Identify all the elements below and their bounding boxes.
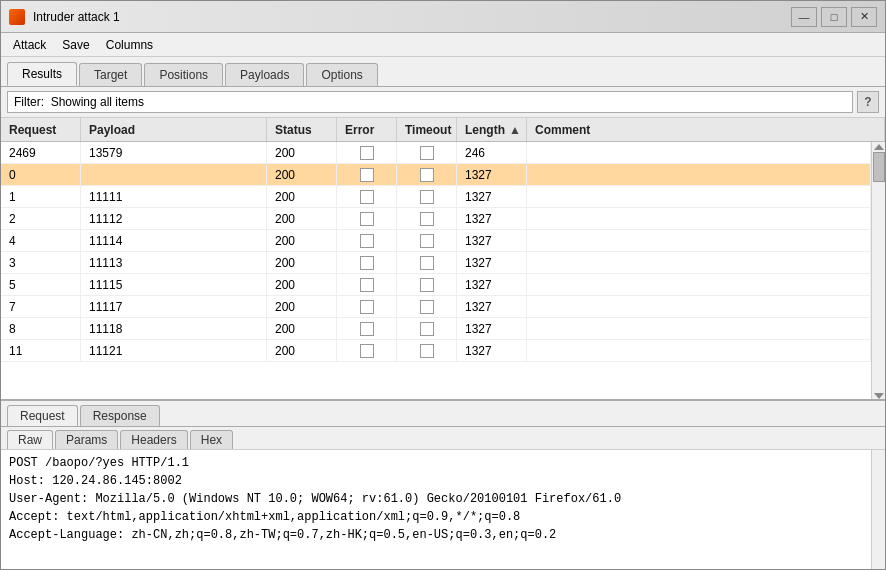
cell-request: 0 — [1, 164, 81, 185]
checkbox-timeout[interactable] — [420, 234, 434, 248]
cell-length: 1327 — [457, 208, 527, 229]
table-row[interactable]: 11 11121 200 1327 — [1, 340, 871, 362]
checkbox-timeout[interactable] — [420, 212, 434, 226]
tab-options[interactable]: Options — [306, 63, 377, 86]
table-row[interactable]: 1 11111 200 1327 — [1, 186, 871, 208]
sub-tab-headers[interactable]: Headers — [120, 430, 187, 449]
table-row[interactable]: 4 11114 200 1327 — [1, 230, 871, 252]
checkbox-error[interactable] — [360, 168, 374, 182]
cell-payload: 11117 — [81, 296, 267, 317]
bottom-scrollbar[interactable] — [871, 450, 885, 569]
checkbox-timeout[interactable] — [420, 168, 434, 182]
cell-timeout — [397, 318, 457, 339]
cell-comment — [527, 340, 871, 361]
checkbox-timeout[interactable] — [420, 146, 434, 160]
tab-results[interactable]: Results — [7, 62, 77, 86]
cell-status: 200 — [267, 208, 337, 229]
checkbox-timeout[interactable] — [420, 278, 434, 292]
cell-timeout — [397, 142, 457, 163]
cell-error — [337, 208, 397, 229]
cell-comment — [527, 142, 871, 163]
scrollbar-track[interactable] — [871, 142, 885, 399]
table-row[interactable]: 3 11113 200 1327 — [1, 252, 871, 274]
cell-request: 2 — [1, 208, 81, 229]
checkbox-error[interactable] — [360, 190, 374, 204]
cell-status: 200 — [267, 186, 337, 207]
table-body: 2469 13579 200 246 0 200 1327 — [1, 142, 871, 399]
checkbox-error[interactable] — [360, 300, 374, 314]
cell-timeout — [397, 186, 457, 207]
cell-request: 3 — [1, 252, 81, 273]
sub-tab-raw[interactable]: Raw — [7, 430, 53, 449]
checkbox-error[interactable] — [360, 278, 374, 292]
checkbox-error[interactable] — [360, 322, 374, 336]
cell-status: 200 — [267, 230, 337, 251]
table-row[interactable]: 5 11115 200 1327 — [1, 274, 871, 296]
checkbox-error[interactable] — [360, 234, 374, 248]
tab-request[interactable]: Request — [7, 405, 78, 426]
cell-timeout — [397, 230, 457, 251]
cell-status: 200 — [267, 274, 337, 295]
minimize-button[interactable]: — — [791, 7, 817, 27]
menu-attack[interactable]: Attack — [5, 36, 54, 54]
table-row[interactable]: 7 11117 200 1327 — [1, 296, 871, 318]
cell-request: 2469 — [1, 142, 81, 163]
maximize-button[interactable]: □ — [821, 7, 847, 27]
col-header-request[interactable]: Request — [1, 118, 81, 141]
col-header-status[interactable]: Status — [267, 118, 337, 141]
tab-response[interactable]: Response — [80, 405, 160, 426]
checkbox-timeout[interactable] — [420, 300, 434, 314]
checkbox-timeout[interactable] — [420, 190, 434, 204]
col-header-length[interactable]: Length ▲ — [457, 118, 527, 141]
checkbox-timeout[interactable] — [420, 344, 434, 358]
tab-positions[interactable]: Positions — [144, 63, 223, 86]
request-line-2: Host: 120.24.86.145:8002 — [9, 472, 863, 490]
request-line-4: Accept: text/html,application/xhtml+xml,… — [9, 508, 863, 526]
menu-save[interactable]: Save — [54, 36, 97, 54]
checkbox-error[interactable] — [360, 256, 374, 270]
help-button[interactable]: ? — [857, 91, 879, 113]
checkbox-error[interactable] — [360, 344, 374, 358]
table-scroll-area: 2469 13579 200 246 0 200 1327 — [1, 142, 885, 399]
cell-error — [337, 252, 397, 273]
filter-input[interactable] — [7, 91, 853, 113]
cell-payload: 11113 — [81, 252, 267, 273]
col-header-error[interactable]: Error — [337, 118, 397, 141]
checkbox-error[interactable] — [360, 212, 374, 226]
sub-tab-params[interactable]: Params — [55, 430, 118, 449]
table-row[interactable]: 8 11118 200 1327 — [1, 318, 871, 340]
cell-payload: 11121 — [81, 340, 267, 361]
tab-payloads[interactable]: Payloads — [225, 63, 304, 86]
scrollbar-thumb[interactable] — [873, 152, 885, 182]
checkbox-error[interactable] — [360, 146, 374, 160]
col-header-payload[interactable]: Payload — [81, 118, 267, 141]
close-button[interactable]: ✕ — [851, 7, 877, 27]
tab-target[interactable]: Target — [79, 63, 142, 86]
cell-comment — [527, 164, 871, 185]
cell-request: 11 — [1, 340, 81, 361]
cell-payload: 13579 — [81, 142, 267, 163]
cell-error — [337, 230, 397, 251]
main-window: Intruder attack 1 — □ ✕ Attack Save Colu… — [0, 0, 886, 570]
cell-request: 4 — [1, 230, 81, 251]
cell-comment — [527, 296, 871, 317]
request-line-3: User-Agent: Mozilla/5.0 (Windows NT 10.0… — [9, 490, 863, 508]
cell-length: 1327 — [457, 340, 527, 361]
cell-comment — [527, 252, 871, 273]
col-header-timeout[interactable]: Timeout — [397, 118, 457, 141]
cell-timeout — [397, 164, 457, 185]
scroll-up-arrow[interactable] — [874, 144, 884, 150]
sub-tab-hex[interactable]: Hex — [190, 430, 233, 449]
menu-columns[interactable]: Columns — [98, 36, 161, 54]
cell-payload: 11111 — [81, 186, 267, 207]
scroll-down-arrow[interactable] — [874, 393, 884, 399]
cell-length: 1327 — [457, 186, 527, 207]
checkbox-timeout[interactable] — [420, 256, 434, 270]
window-controls: — □ ✕ — [791, 7, 877, 27]
checkbox-timeout[interactable] — [420, 322, 434, 336]
table-row[interactable]: 2469 13579 200 246 — [1, 142, 871, 164]
table-row[interactable]: 2 11112 200 1327 — [1, 208, 871, 230]
col-header-comment[interactable]: Comment — [527, 118, 885, 141]
table-row[interactable]: 0 200 1327 — [1, 164, 871, 186]
cell-timeout — [397, 208, 457, 229]
